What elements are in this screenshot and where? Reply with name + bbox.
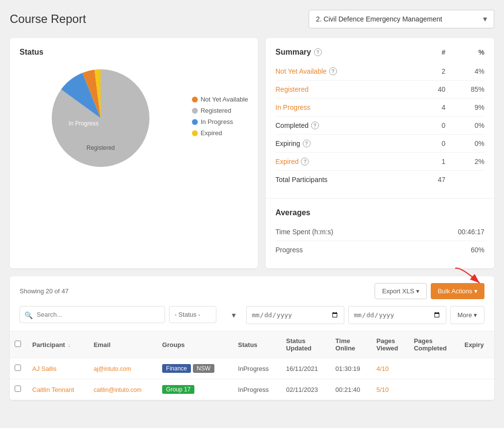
row-checkbox-0[interactable] bbox=[15, 365, 21, 371]
summary-help-icon-5[interactable]: ? bbox=[301, 158, 309, 165]
summary-num-2: 4 bbox=[406, 103, 445, 111]
legend-dot-registered bbox=[192, 108, 198, 114]
legend-item-expired: Expired bbox=[192, 129, 248, 137]
row-expiry-0 bbox=[460, 358, 494, 379]
summary-pct-4: 0% bbox=[445, 140, 484, 147]
averages-rows: Time Spent (h:m:s) 00:46:17 Progress 60% bbox=[275, 223, 484, 259]
row-pages-viewed-1: 5/10 bbox=[372, 379, 409, 400]
row-checkbox-1[interactable] bbox=[15, 386, 21, 392]
chart-inprogress-label: In Progress bbox=[69, 120, 99, 127]
th-groups: Groups bbox=[157, 331, 233, 358]
summary-label-3: Completed ? bbox=[275, 122, 406, 129]
summary-num-3: 0 bbox=[406, 122, 445, 129]
more-filters-label: More bbox=[458, 311, 472, 319]
summary-help-icon-0[interactable]: ? bbox=[329, 67, 337, 75]
summary-num-5: 1 bbox=[406, 158, 445, 165]
status-panel: Status bbox=[10, 38, 258, 268]
summary-num-0: 2 bbox=[406, 67, 445, 75]
summary-row-3: Completed ? 0 0% bbox=[275, 117, 484, 135]
summary-label-1: Registered bbox=[275, 85, 406, 93]
course-select[interactable]: 2. Civil Defence Emergency Management bbox=[309, 10, 494, 28]
export-chevron-icon: ▾ bbox=[416, 287, 420, 295]
summary-row-2: In Progress 4 9% bbox=[275, 99, 484, 117]
row-email-0: aj@intuto.com bbox=[89, 358, 157, 379]
summary-row-4: Expiring ? 0 0% bbox=[275, 135, 484, 153]
row-participant-1: Caitlin Tennant bbox=[27, 379, 89, 400]
summary-row-0: Not Yet Available ? 2 4% bbox=[275, 62, 484, 81]
summary-label-2: In Progress bbox=[275, 103, 406, 111]
bulk-actions-button[interactable]: Bulk Actions ▾ bbox=[431, 283, 484, 299]
summary-row-5: Expired ? 1 2% bbox=[275, 153, 484, 171]
select-all-checkbox[interactable] bbox=[15, 341, 21, 347]
row-email-1: caitlin@intuto.com bbox=[89, 379, 157, 400]
showing-count: Showing 20 of 47 bbox=[20, 287, 68, 295]
averages-label-1: Progress bbox=[275, 246, 471, 254]
summary-pct-1: 85% bbox=[445, 85, 484, 93]
summary-num-4: 0 bbox=[406, 140, 445, 147]
legend-dot-expired bbox=[192, 130, 198, 136]
toolbar-buttons: Export XLS ▾ Bulk Actions ▾ bbox=[375, 283, 484, 299]
status-filter[interactable]: - Status - bbox=[169, 306, 216, 323]
group-tag-Finance: Finance bbox=[162, 364, 191, 373]
email-link-1[interactable]: caitlin@intuto.com bbox=[94, 387, 142, 393]
th-status-updated: StatusUpdated bbox=[281, 331, 331, 358]
search-input[interactable] bbox=[20, 306, 165, 323]
chart-legend: Not Yet Available Registered In Progress… bbox=[192, 96, 248, 141]
pages-viewed-link-1[interactable]: 5/10 bbox=[377, 386, 389, 393]
table-body: AJ Sallis aj@intuto.com FinanceNSW InPro… bbox=[10, 358, 494, 400]
summary-label-6: Total Participants bbox=[275, 176, 406, 183]
summary-label-0: Not Yet Available ? bbox=[275, 67, 406, 75]
sort-participant-icon[interactable]: ↓ bbox=[68, 342, 71, 348]
status-filter-wrapper: - Status - ▼ bbox=[169, 306, 242, 324]
more-chevron-icon: ▾ bbox=[474, 311, 477, 319]
summary-help-icon-3[interactable]: ? bbox=[311, 122, 319, 129]
row-status-0: InProgress bbox=[233, 358, 281, 379]
search-icon: 🔍 bbox=[24, 311, 33, 319]
row-groups-1: Group 17 bbox=[157, 379, 233, 400]
summary-num-1: 40 bbox=[406, 85, 445, 93]
bulk-actions-chevron-icon: ▾ bbox=[474, 287, 478, 295]
export-xls-label: Export XLS bbox=[382, 287, 414, 295]
summary-title: Summary bbox=[275, 48, 311, 57]
row-groups-0: FinanceNSW bbox=[157, 358, 233, 379]
th-participant: Participant ↓ bbox=[27, 331, 89, 358]
averages-label-0: Time Spent (h:m:s) bbox=[275, 228, 458, 236]
averages-value-0: 00:46:17 bbox=[458, 228, 485, 236]
export-xls-button[interactable]: Export XLS ▾ bbox=[375, 283, 427, 299]
summary-help-icon-4[interactable]: ? bbox=[303, 140, 311, 147]
filters-row: 🔍 - Status - ▼ More ▾ bbox=[10, 306, 494, 331]
row-time-online-0: 01:30:19 bbox=[331, 358, 372, 379]
legend-dot-inprogress bbox=[192, 119, 198, 125]
date-to-input[interactable] bbox=[348, 306, 446, 324]
legend-dot-notyetavailable bbox=[192, 97, 198, 102]
pie-chart: In Progress Registered bbox=[20, 64, 182, 172]
summary-section: Summary ? # % Not Yet Available ? 2 4% R… bbox=[266, 38, 494, 198]
row-time-online-1: 00:21:40 bbox=[331, 379, 372, 400]
th-status: Status bbox=[233, 331, 281, 358]
summary-row-6: Total Participants 47 bbox=[275, 171, 484, 188]
summary-col-pct: % bbox=[445, 48, 484, 56]
legend-item-notyetavailable: Not Yet Available bbox=[192, 96, 248, 103]
participant-link-1[interactable]: Caitlin Tennant bbox=[32, 386, 74, 393]
date-from-input[interactable] bbox=[246, 306, 344, 324]
more-filters-button[interactable]: More ▾ bbox=[450, 306, 484, 324]
participant-link-0[interactable]: AJ Sallis bbox=[32, 365, 57, 372]
table-row: Caitlin Tennant caitlin@intuto.com Group… bbox=[10, 379, 494, 400]
th-email: Email bbox=[89, 331, 157, 358]
summary-rows: Not Yet Available ? 2 4% Registered 40 8… bbox=[275, 62, 484, 188]
email-link-0[interactable]: aj@intuto.com bbox=[94, 366, 131, 372]
group-tag-NSW: NSW bbox=[193, 364, 214, 373]
page-title: Course Report bbox=[10, 12, 86, 26]
row-checkbox-cell-1[interactable] bbox=[10, 379, 27, 400]
status-chevron-icon: ▼ bbox=[231, 311, 237, 319]
summary-help-icon[interactable]: ? bbox=[314, 48, 322, 56]
row-pages-completed-0 bbox=[409, 358, 460, 379]
row-status-1: InProgress bbox=[233, 379, 281, 400]
row-checkbox-cell-0[interactable] bbox=[10, 358, 27, 379]
pages-viewed-link-0[interactable]: 4/10 bbox=[377, 365, 389, 372]
summary-pct-5: 2% bbox=[445, 158, 484, 165]
legend-label-registered: Registered bbox=[201, 107, 231, 114]
th-pages-completed: PagesCompleted bbox=[409, 331, 460, 358]
th-select-all[interactable] bbox=[10, 331, 27, 358]
row-status-updated-1: 02/11/2023 bbox=[281, 379, 331, 400]
